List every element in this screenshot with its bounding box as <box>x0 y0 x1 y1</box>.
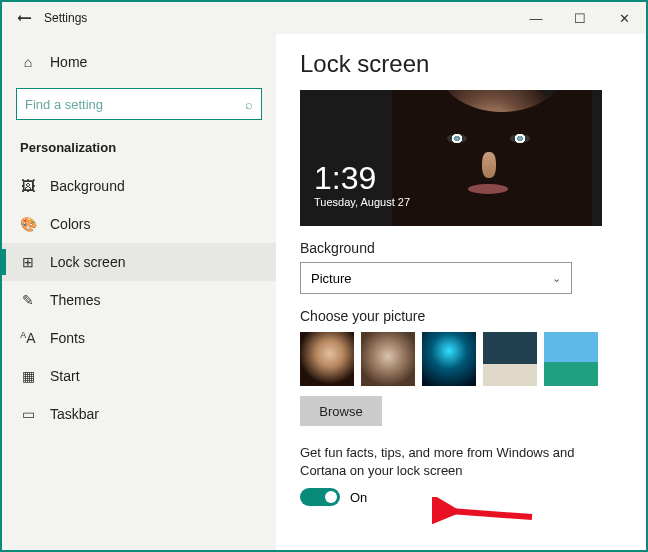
back-button[interactable]: 🠔 <box>10 10 38 27</box>
picture-thumb-5[interactable] <box>544 332 598 386</box>
sidebar: ⌂ Home ⌕ Personalization 🖼 Background 🎨 … <box>2 34 276 550</box>
fun-facts-toggle[interactable] <box>300 488 340 506</box>
home-icon: ⌂ <box>20 54 36 70</box>
nav-list: 🖼 Background 🎨 Colors ⊞ Lock screen ✎ Th… <box>2 167 276 433</box>
window-title: Settings <box>44 11 87 25</box>
select-value: Picture <box>311 271 351 286</box>
home-label: Home <box>50 54 87 70</box>
background-select[interactable]: Picture ⌄ <box>300 262 572 294</box>
lock-screen-preview: 1:39 Tuesday, August 27 <box>300 90 602 226</box>
lock-screen-icon: ⊞ <box>20 254 36 270</box>
picture-thumb-1[interactable] <box>300 332 354 386</box>
picture-thumb-4[interactable] <box>483 332 537 386</box>
palette-icon: 🎨 <box>20 216 36 232</box>
page-title: Lock screen <box>300 50 620 78</box>
search-icon: ⌕ <box>245 97 253 112</box>
sidebar-item-colors[interactable]: 🎨 Colors <box>2 205 276 243</box>
taskbar-icon: ▭ <box>20 406 36 422</box>
fonts-icon: AA <box>20 330 36 346</box>
minimize-button[interactable]: — <box>514 2 558 34</box>
nav-label: Fonts <box>50 330 85 346</box>
nav-label: Start <box>50 368 80 384</box>
picture-thumb-3[interactable] <box>422 332 476 386</box>
section-header: Personalization <box>2 134 276 167</box>
nav-label: Background <box>50 178 125 194</box>
nav-label: Lock screen <box>50 254 125 270</box>
picture-icon: 🖼 <box>20 178 36 194</box>
picture-thumbnails <box>300 332 620 386</box>
maximize-button[interactable]: ☐ <box>558 2 602 34</box>
start-icon: ▦ <box>20 368 36 384</box>
sidebar-item-taskbar[interactable]: ▭ Taskbar <box>2 395 276 433</box>
choose-picture-label: Choose your picture <box>300 308 620 324</box>
sidebar-item-lock-screen[interactable]: ⊞ Lock screen <box>2 243 276 281</box>
toggle-state-label: On <box>350 490 367 505</box>
sidebar-item-fonts[interactable]: AA Fonts <box>2 319 276 357</box>
nav-label: Taskbar <box>50 406 99 422</box>
background-label: Background <box>300 240 620 256</box>
preview-time: 1:39 <box>314 162 410 194</box>
main-content: Lock screen 1:39 Tuesday, August 27 Back… <box>276 34 646 550</box>
sidebar-item-background[interactable]: 🖼 Background <box>2 167 276 205</box>
themes-icon: ✎ <box>20 292 36 308</box>
nav-label: Themes <box>50 292 101 308</box>
search-input[interactable] <box>25 97 245 112</box>
picture-thumb-2[interactable] <box>361 332 415 386</box>
browse-button[interactable]: Browse <box>300 396 382 426</box>
chevron-down-icon: ⌄ <box>552 272 561 285</box>
sidebar-item-start[interactable]: ▦ Start <box>2 357 276 395</box>
fun-facts-label: Get fun facts, tips, and more from Windo… <box>300 444 620 480</box>
close-button[interactable]: ✕ <box>602 2 646 34</box>
titlebar: 🠔 Settings — ☐ ✕ <box>2 2 646 34</box>
sidebar-item-themes[interactable]: ✎ Themes <box>2 281 276 319</box>
sidebar-home[interactable]: ⌂ Home <box>2 44 276 80</box>
preview-date: Tuesday, August 27 <box>314 196 410 208</box>
search-box[interactable]: ⌕ <box>16 88 262 120</box>
nav-label: Colors <box>50 216 90 232</box>
